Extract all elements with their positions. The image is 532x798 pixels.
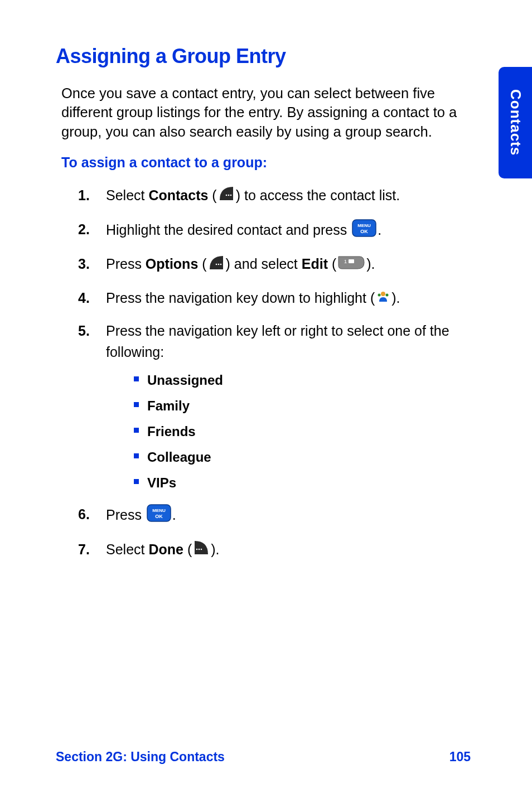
- group-icon: [376, 289, 390, 310]
- svg-text:OK: OK: [360, 229, 368, 234]
- page-footer: Section 2G: Using Contacts 105: [56, 749, 471, 765]
- step-2: 2. Highlight the desired contact and pre…: [78, 219, 471, 243]
- svg-point-13: [386, 293, 389, 296]
- svg-point-11: [381, 292, 385, 296]
- group-option: Colleague: [134, 447, 471, 467]
- page-content: Assigning a Group Entry Once you save a …: [0, 0, 532, 562]
- step-number: 4.: [78, 288, 90, 309]
- step-7: 7. Select Done ().: [78, 539, 471, 562]
- step-text-pre: Highlight the desired contact and press: [106, 222, 351, 238]
- step-number: 7.: [78, 539, 90, 560]
- step-bold-2: Edit: [302, 256, 328, 272]
- footer-section: Section 2G: Using Contacts: [56, 749, 225, 765]
- step-bold: Done: [148, 541, 183, 557]
- steps-list: 1. Select Contacts () to access the cont…: [56, 185, 471, 562]
- svg-point-19: [201, 549, 202, 550]
- step-text-mid: and select: [230, 256, 302, 272]
- svg-point-6: [215, 263, 217, 265]
- step-5: 5. Press the navigation key left or righ…: [78, 321, 471, 493]
- step-text-pre: Select: [106, 187, 148, 203]
- menu-ok-key-icon: MENUOK: [147, 504, 171, 528]
- intro-paragraph: Once you save a contact entry, you can s…: [56, 84, 471, 141]
- svg-text:MENU: MENU: [152, 508, 166, 513]
- step-3: 3. Press Options () and select Edit (1).: [78, 254, 471, 277]
- side-tab-label: Contacts: [507, 89, 524, 156]
- step-1: 1. Select Contacts () to access the cont…: [78, 185, 471, 208]
- step-text: Press the navigation key left or right t…: [106, 323, 449, 360]
- svg-point-2: [230, 195, 231, 196]
- page-title: Assigning a Group Entry: [56, 45, 471, 68]
- edit-key-icon: 1: [337, 255, 365, 276]
- svg-point-0: [225, 195, 227, 196]
- step-bold: Contacts: [148, 187, 208, 203]
- svg-text:1: 1: [344, 259, 347, 264]
- softkey-left-icon: [193, 539, 210, 562]
- menu-ok-key-icon: MENUOK: [352, 219, 376, 243]
- step-6: 6. Press MENUOK.: [78, 504, 471, 528]
- subheading: To assign a contact to a group:: [56, 154, 471, 171]
- group-options-list: Unassigned Family Friends Colleague VIPs: [106, 370, 471, 493]
- footer-page-number: 105: [449, 749, 471, 765]
- step-number: 6.: [78, 504, 90, 525]
- svg-point-7: [217, 263, 219, 265]
- step-text-pre: Press the navigation key down to highlig…: [106, 290, 375, 306]
- softkey-right-icon: [218, 185, 235, 208]
- step-4: 4. Press the navigation key down to high…: [78, 288, 471, 309]
- group-option: Unassigned: [134, 370, 471, 390]
- svg-point-1: [228, 195, 229, 196]
- step-bold-1: Options: [146, 256, 198, 272]
- svg-text:OK: OK: [155, 514, 163, 519]
- softkey-right-icon: [208, 254, 225, 277]
- group-option: Family: [134, 396, 471, 416]
- step-text-post: ).: [391, 290, 400, 306]
- step-text-pre: Press: [106, 507, 146, 523]
- svg-point-12: [378, 293, 381, 296]
- step-text-post: to access the contact list.: [240, 187, 400, 203]
- step-text-pre: Select: [106, 541, 148, 557]
- step-number: 5.: [78, 321, 90, 342]
- group-option: VIPs: [134, 473, 471, 493]
- svg-point-17: [196, 549, 198, 550]
- svg-rect-10: [349, 259, 354, 263]
- step-number: 1.: [78, 185, 90, 206]
- step-number: 2.: [78, 219, 90, 240]
- svg-text:MENU: MENU: [357, 223, 371, 228]
- group-option: Friends: [134, 422, 471, 442]
- svg-point-8: [220, 263, 221, 265]
- step-text-pre: Press: [106, 256, 146, 272]
- step-number: 3.: [78, 254, 90, 275]
- svg-point-18: [199, 549, 200, 550]
- side-tab: Contacts: [499, 67, 532, 178]
